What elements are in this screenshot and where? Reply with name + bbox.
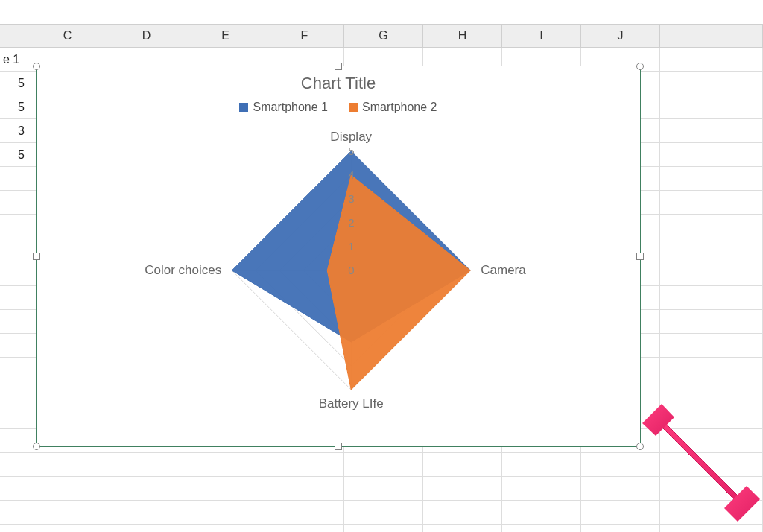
resize-handle-tl[interactable] bbox=[33, 63, 40, 70]
radar-axis-label: Display bbox=[330, 130, 372, 144]
radar-tick-label: 4 bbox=[348, 168, 354, 181]
radar-chart-object[interactable]: Chart Title Smartphone 1 Smartphone 2 01… bbox=[36, 66, 641, 447]
table-row[interactable] bbox=[0, 477, 763, 501]
radar-tick-label: 0 bbox=[348, 264, 354, 276]
col-header-h[interactable]: H bbox=[423, 25, 502, 47]
col-header-c[interactable]: C bbox=[28, 25, 107, 47]
radar-axis-label: Battery LIfe bbox=[319, 396, 384, 411]
resize-handle-bm[interactable] bbox=[335, 443, 342, 450]
radar-axis-label: Camera bbox=[481, 263, 526, 277]
col-header-j[interactable]: J bbox=[581, 25, 660, 47]
legend-swatch-icon bbox=[239, 103, 248, 112]
radar-axis-label: Color choices bbox=[145, 263, 221, 277]
table-row[interactable] bbox=[0, 525, 763, 532]
legend-item-1[interactable]: Smartphone 1 bbox=[239, 101, 328, 114]
resize-handle-bl[interactable] bbox=[33, 443, 40, 450]
legend-swatch-icon bbox=[349, 103, 358, 112]
legend-label: Smartphone 1 bbox=[253, 101, 328, 114]
cell[interactable]: e 1 bbox=[0, 48, 28, 71]
radar-tick-label: 2 bbox=[348, 216, 354, 229]
col-header-f[interactable]: F bbox=[265, 25, 344, 47]
col-header-d[interactable]: D bbox=[107, 25, 186, 47]
cell[interactable]: 3 bbox=[0, 119, 28, 142]
radar-tick-label: 3 bbox=[348, 192, 354, 205]
col-header-g[interactable]: G bbox=[344, 25, 423, 47]
cell[interactable]: 5 bbox=[0, 95, 28, 118]
col-header-i[interactable]: I bbox=[502, 25, 581, 47]
table-row[interactable] bbox=[0, 453, 763, 477]
resize-handle-ml[interactable] bbox=[33, 253, 40, 260]
chart-legend[interactable]: Smartphone 1 Smartphone 2 bbox=[37, 101, 640, 114]
radar-plot-area[interactable]: 012345DisplayCameraBattery LIfeColor cho… bbox=[37, 114, 642, 427]
col-header-stub[interactable] bbox=[0, 25, 28, 47]
chart-title[interactable]: Chart Title bbox=[37, 74, 640, 93]
legend-item-2[interactable]: Smartphone 2 bbox=[349, 101, 437, 114]
resize-handle-tm[interactable] bbox=[335, 63, 342, 70]
radar-tick-label: 5 bbox=[348, 145, 354, 157]
resize-handle-br[interactable] bbox=[636, 443, 644, 450]
cell[interactable]: 5 bbox=[0, 72, 28, 95]
legend-label: Smartphone 2 bbox=[362, 101, 437, 114]
table-row[interactable] bbox=[0, 501, 763, 525]
resize-handle-tr[interactable] bbox=[636, 63, 644, 70]
radar-tick-label: 1 bbox=[348, 240, 354, 253]
col-header-cutoff[interactable] bbox=[660, 25, 763, 47]
col-header-e[interactable]: E bbox=[186, 25, 265, 47]
resize-handle-mr[interactable] bbox=[636, 253, 644, 260]
cell[interactable]: 5 bbox=[0, 143, 28, 166]
column-headers: C D E F G H I J bbox=[0, 24, 763, 48]
